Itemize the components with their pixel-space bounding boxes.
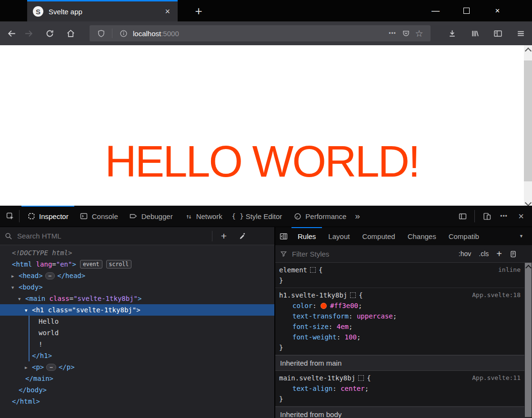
dom-badge[interactable]: scroll (106, 260, 132, 269)
markup-row[interactable]: ▼<h1 class="svelte-1tky8bj"> (0, 304, 274, 316)
print-styles-icon[interactable] (510, 250, 517, 258)
window-maximize-button[interactable] (451, 0, 482, 21)
markup-row[interactable]: ! (0, 338, 274, 350)
class-toggle[interactable]: .cls (479, 250, 489, 258)
search-html-input[interactable] (16, 231, 161, 240)
markup-row[interactable]: Hello (0, 316, 274, 327)
markup-row[interactable]: </h1> (0, 350, 274, 361)
markup-twisty-icon[interactable]: ▶ (25, 362, 32, 373)
more-tabs-icon[interactable]: » (355, 211, 360, 221)
eyedropper-button[interactable] (235, 229, 250, 243)
responsive-mode-button[interactable] (480, 209, 494, 223)
rules-scrollbar-thumb[interactable] (525, 263, 532, 417)
devtools-tab-console[interactable]: Console (74, 206, 124, 227)
url-port[interactable]: :5000 (161, 30, 179, 38)
highlight-element-icon[interactable] (350, 292, 356, 298)
page-actions-icon[interactable]: ••• (386, 27, 399, 40)
rule-origin-link[interactable]: App.svelte:18 (472, 290, 521, 300)
sidebar-toggle-button[interactable] (275, 227, 291, 245)
markup-row[interactable]: world (0, 327, 274, 338)
window-close-button[interactable]: × (482, 0, 513, 21)
markup-row[interactable]: <html lang="en">eventscroll (0, 259, 274, 270)
rules-scrollbar[interactable] (524, 263, 532, 418)
devtools-tab-network[interactable]: ↑↓Network (179, 206, 228, 227)
highlight-element-icon[interactable] (310, 267, 316, 273)
scrollbar-up-icon[interactable] (524, 45, 532, 53)
css-declaration[interactable]: text-transform: uppercase; (279, 311, 521, 321)
back-button[interactable] (3, 25, 20, 41)
markup-row[interactable]: ▼<body> (0, 281, 274, 293)
url-host[interactable]: localhost (133, 30, 161, 38)
pseudo-class-toggle[interactable]: :hov (459, 250, 471, 258)
devtools-panel: InspectorConsoleDebugger↑↓Network{ }Styl… (0, 206, 532, 418)
devtools-tab-debugger[interactable]: Debugger (124, 206, 179, 227)
sidebar-tab-rules[interactable]: Rules (291, 227, 322, 245)
css-declaration[interactable]: font-weight: 100; (279, 332, 521, 342)
sidebar-tab-changes[interactable]: Changes (402, 227, 442, 245)
rule-origin-link[interactable]: App.svelte:11 (472, 373, 521, 383)
markup-row[interactable]: ▼<main class="svelte-1tky8bj"> (0, 293, 274, 304)
new-tab-button[interactable]: + (191, 3, 207, 19)
url-bar[interactable]: localhost :5000 ••• ☆ (90, 25, 431, 41)
markup-row[interactable]: </html> (0, 396, 274, 407)
pocket-icon[interactable] (399, 27, 412, 40)
rule-selector[interactable]: main.svelte-1tky8bj (279, 374, 355, 382)
dom-badge[interactable]: event (80, 260, 102, 269)
svelte-favicon-icon: S (33, 6, 43, 17)
forward-button[interactable] (20, 25, 37, 41)
color-swatch-icon[interactable] (321, 303, 327, 309)
scrollbar-down-icon[interactable] (524, 198, 532, 206)
css-declaration[interactable]: color: #ff3e00; (279, 300, 521, 311)
css-declaration[interactable]: font-size: 4em; (279, 321, 521, 332)
markup-attribute-name: class (48, 306, 68, 314)
add-node-button[interactable]: + (217, 229, 231, 243)
rule-origin-link[interactable]: inline (498, 265, 521, 275)
tracking-protection-shield-icon[interactable] (94, 27, 108, 40)
markup-row[interactable]: </main> (0, 373, 274, 384)
menu-button[interactable] (512, 25, 529, 41)
rule-selector[interactable]: h1.svelte-1tky8bj (279, 291, 347, 299)
page-scrollbar[interactable] (524, 45, 532, 206)
markup-twisty-icon[interactable]: ▼ (25, 305, 32, 316)
expand-ellipsis-badge[interactable]: ⋯ (45, 272, 55, 279)
markup-twisty-icon[interactable]: ▼ (18, 293, 25, 305)
highlight-element-icon[interactable] (358, 375, 364, 381)
devtools-tab-style-editor[interactable]: { }Style Editor (228, 206, 288, 227)
markup-row[interactable]: </body> (0, 384, 274, 396)
window-minimize-button[interactable]: — (420, 0, 451, 21)
add-rule-button[interactable]: + (496, 249, 502, 259)
devtools-tab-performance[interactable]: Performance (288, 206, 352, 227)
devtools-menu-icon[interactable]: ••• (497, 209, 511, 223)
markup-row[interactable]: <!DOCTYPE html> (0, 247, 274, 259)
home-button[interactable] (62, 25, 79, 41)
sidebar-tab-computed[interactable]: Computed (356, 227, 401, 245)
devtools-close-icon[interactable]: × (514, 209, 528, 223)
expand-ellipsis-badge[interactable]: ⋯ (46, 364, 56, 371)
rule-selector[interactable]: element (279, 266, 307, 274)
markup-twisty-icon[interactable]: ▶ (11, 270, 19, 282)
downloads-button[interactable] (443, 25, 461, 41)
eyedropper-icon (239, 232, 246, 240)
library-button[interactable] (466, 25, 483, 41)
node-picker-button[interactable] (3, 209, 17, 223)
reload-button[interactable] (41, 25, 58, 41)
sidebars-button[interactable] (489, 25, 506, 41)
site-info-icon[interactable] (117, 27, 130, 40)
markup-row[interactable]: ▶<head>⋯</head> (0, 270, 274, 281)
markup-row[interactable]: ▶<p>⋯</p> (0, 361, 274, 373)
sidebar-tab-compatib[interactable]: Compatib (442, 227, 485, 245)
devtools-tab-inspector[interactable]: Inspector (21, 206, 74, 227)
markup-twisty-icon[interactable]: ▼ (11, 282, 19, 293)
filter-styles-input[interactable] (291, 249, 459, 259)
bookmark-star-icon[interactable]: ☆ (412, 27, 426, 40)
forward-arrow-icon (24, 29, 33, 38)
markup-tag: > (138, 295, 141, 302)
tab-close-icon[interactable]: × (163, 7, 172, 17)
sidebar-tabs-dropdown-icon[interactable]: ▼ (519, 234, 523, 239)
scrollbar-thumb[interactable] (524, 60, 532, 181)
css-declaration[interactable]: text-align: center; (279, 383, 521, 394)
sidebar-tab-layout[interactable]: Layout (322, 227, 356, 245)
toolbar-separator (19, 210, 20, 222)
browser-tab[interactable]: S Svelte app × (27, 0, 178, 21)
split-console-button[interactable] (455, 209, 470, 223)
